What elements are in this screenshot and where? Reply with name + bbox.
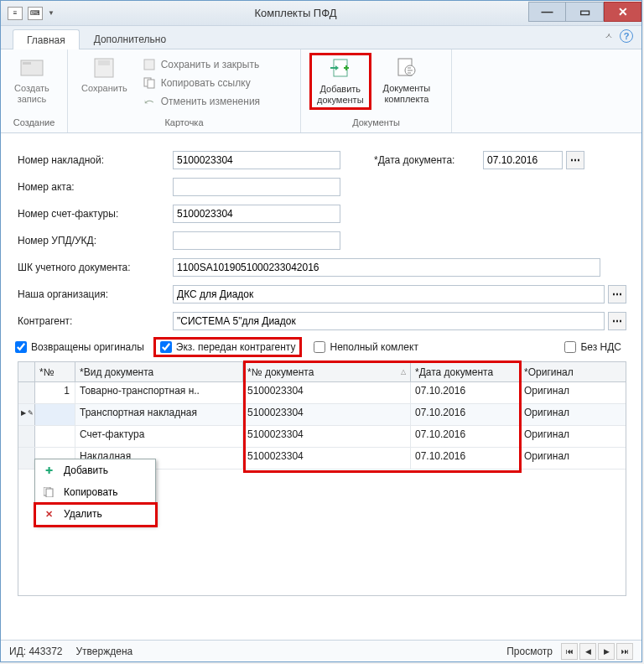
svg-rect-3 — [98, 60, 110, 65]
save-close-icon — [143, 58, 156, 71]
grid-col-selector[interactable] — [18, 362, 35, 381]
grid-header: *№ *Вид документа *№ документа△ *Дата до… — [18, 362, 626, 382]
grid-col-date[interactable]: *Дата документа — [411, 362, 520, 381]
add-documents-button[interactable]: Добавить документы — [309, 53, 371, 110]
svg-rect-4 — [144, 60, 154, 70]
barcode-input[interactable] — [173, 258, 600, 277]
barcode-label: ШК учетного документа: — [18, 262, 173, 273]
status-mode: Просмотр — [506, 646, 553, 657]
no-vat-checkbox[interactable] — [564, 341, 576, 353]
sf-no-input[interactable] — [173, 205, 340, 223]
originals-returned-check[interactable]: Возвращены оригиналы — [15, 341, 144, 353]
row-edit-marker-icon: ▶ ✎ — [21, 409, 34, 417]
ribbon: Создать запись Создание Сохранить Сохран… — [1, 49, 641, 133]
sent-to-cp-check[interactable]: Экз. передан контрагенту — [160, 341, 296, 353]
upd-no-input[interactable] — [173, 231, 340, 250]
qat-icon-2[interactable]: ⌨ — [28, 7, 43, 20]
svg-rect-6 — [148, 80, 154, 88]
create-icon — [18, 56, 45, 80]
counterparty-input[interactable] — [173, 312, 605, 330]
doc-date-picker-button[interactable]: ⋯ — [566, 151, 584, 169]
incomplete-check[interactable]: Неполный комлект — [314, 341, 418, 353]
ctx-add[interactable]: ✚ Добавить — [35, 459, 155, 481]
pager-first-button[interactable]: ⏮ — [561, 643, 578, 660]
table-row[interactable]: 1 Товарно-транспортная н.. 5100023304 07… — [18, 382, 626, 404]
grid-col-docno[interactable]: *№ документа△ — [243, 362, 411, 381]
ribbon-tabstrip: Главная Дополнительно ㅅ ? — [1, 26, 641, 49]
upd-no-label: Номер УПД/УКД: — [18, 235, 173, 246]
status-id: ИД: 443372 — [9, 646, 62, 657]
svg-rect-12 — [46, 489, 53, 497]
ctx-copy[interactable]: Копировать — [35, 481, 155, 503]
no-vat-check[interactable]: Без НДС — [564, 341, 621, 353]
ctx-delete[interactable]: ✕ Удалить — [35, 503, 155, 525]
counterparty-label: Контрагент: — [18, 315, 173, 327]
our-org-label: Наша организация: — [18, 288, 173, 300]
undo-icon: ⤺ — [143, 95, 156, 108]
grid-col-type[interactable]: *Вид документа — [75, 362, 243, 381]
save-button[interactable]: Сохранить — [76, 53, 132, 97]
delete-icon: ✕ — [42, 507, 55, 521]
sent-to-cp-checkbox[interactable] — [160, 341, 172, 353]
context-menu: ✚ Добавить Копировать ✕ Удалить — [34, 459, 156, 526]
save-icon — [91, 56, 117, 80]
table-row[interactable]: Счет-фактура 5100023304 07.10.2016 Ориги… — [18, 426, 626, 448]
originals-returned-checkbox[interactable] — [15, 341, 27, 353]
incomplete-checkbox[interactable] — [314, 341, 325, 353]
statusbar: ИД: 443372 Утверждена Просмотр ⏮ ◀ ▶ ⏭ — [1, 640, 641, 661]
svg-rect-1 — [23, 62, 31, 65]
tab-main[interactable]: Главная — [13, 29, 80, 49]
save-close-button[interactable]: Сохранить и закрыть — [139, 56, 263, 73]
qat-icon-1[interactable]: ≡ — [8, 7, 23, 20]
set-documents-button[interactable]: Документы комплекта — [378, 53, 436, 108]
copy-link-icon — [143, 76, 156, 90]
collapse-ribbon-icon[interactable]: ㅅ — [605, 30, 613, 42]
create-entry-button[interactable]: Создать запись — [9, 53, 55, 108]
status-state: Утверждена — [75, 646, 132, 657]
maximize-button[interactable]: ▭ — [566, 2, 604, 22]
grid-col-no[interactable]: *№ — [35, 362, 75, 381]
qat-dropdown-icon[interactable]: ▼ — [48, 9, 56, 17]
titlebar: ≡ ⌨ ▼ Комплекты ПФД — ▭ ✕ — [1, 1, 641, 26]
invoice-no-input[interactable] — [173, 151, 340, 169]
close-button[interactable]: ✕ — [604, 2, 641, 22]
sort-asc-icon: △ — [401, 368, 406, 376]
counterparty-lookup-button[interactable]: ⋯ — [608, 312, 626, 330]
minimize-button[interactable]: — — [528, 2, 566, 22]
our-org-lookup-button[interactable]: ⋯ — [608, 285, 626, 303]
pager-next-button[interactable]: ▶ — [598, 643, 615, 660]
our-org-input[interactable] — [173, 285, 605, 303]
grid-col-orig[interactable]: *Оригинал — [520, 362, 622, 381]
add-icon: ✚ — [42, 464, 55, 477]
doc-date-label: *Дата документа: — [374, 154, 483, 166]
window-title: Комплекты ПФД — [63, 7, 528, 19]
doc-date-input[interactable] — [483, 151, 563, 169]
help-icon[interactable]: ? — [620, 29, 633, 43]
tab-extra[interactable]: Дополнительно — [80, 29, 180, 49]
form-area: Номер накладной: *Дата документа: ⋯ Номе… — [1, 133, 641, 603]
undo-button[interactable]: ⤺ Отменить изменения — [139, 93, 263, 110]
sf-no-label: Номер счет-фактуры: — [18, 208, 173, 220]
invoice-no-label: Номер накладной: — [18, 154, 173, 166]
copy-link-button[interactable]: Копировать ссылку — [139, 75, 263, 91]
pager-prev-button[interactable]: ◀ — [579, 643, 596, 660]
add-doc-icon — [327, 57, 354, 80]
pager-last-button[interactable]: ⏭ — [616, 643, 633, 660]
copy-icon — [42, 485, 55, 499]
set-docs-icon — [393, 56, 420, 80]
act-no-input[interactable] — [173, 178, 340, 196]
table-row[interactable]: ▶ ✎ Транспортная накладная 5100023304 07… — [18, 404, 626, 426]
act-no-label: Номер акта: — [18, 181, 173, 193]
pager: ⏮ ◀ ▶ ⏭ — [561, 643, 633, 660]
